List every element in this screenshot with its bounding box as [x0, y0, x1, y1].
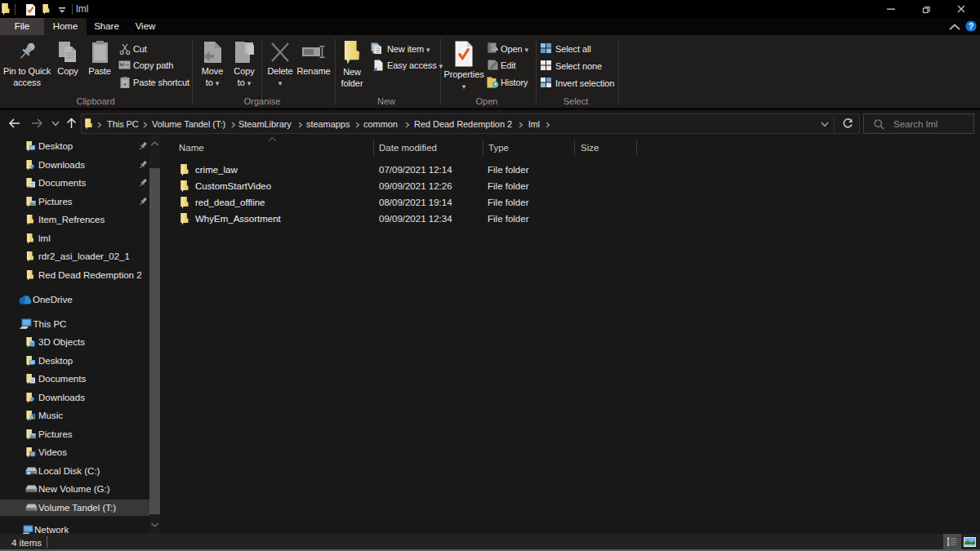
svg-text:?: ? — [969, 21, 973, 31]
